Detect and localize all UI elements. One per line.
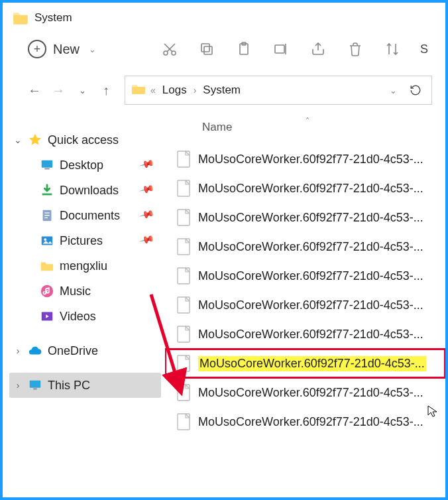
pictures-icon <box>40 233 54 248</box>
window-titlebar: System <box>3 3 445 31</box>
breadcrumb-current[interactable]: System <box>200 84 243 97</box>
monitor-icon <box>28 378 42 393</box>
plus-icon: + <box>28 40 46 58</box>
file-name: MoUsoCoreWorker.60f92f77-21d0-4c53-... <box>198 182 423 196</box>
music-icon <box>40 284 54 298</box>
file-row[interactable]: MoUsoCoreWorker.60f92f77-21d0-4c53-... <box>165 232 445 261</box>
this-pc-label: This PC <box>48 379 90 393</box>
document-icon <box>177 238 190 255</box>
new-button[interactable]: + New ⌄ <box>28 40 96 58</box>
sidebar-item-music[interactable]: Music <box>40 279 161 304</box>
file-row[interactable]: MoUsoCoreWorker.60f92f77-21d0-4c53-... <box>165 203 445 232</box>
document-icon <box>40 208 54 223</box>
column-header-name[interactable]: ˄ Name <box>165 117 445 145</box>
navigation-row: ← → ⌄ ↑ « Logs › System ⌄ <box>3 70 445 111</box>
sidebar-item-label: Downloads <box>60 184 119 198</box>
chevron-right-icon: › <box>13 380 23 391</box>
file-name: MoUsoCoreWorker.60f92f77-21d0-4c53-... <box>198 328 423 342</box>
forward-button[interactable]: → <box>49 81 68 99</box>
column-name-label: Name <box>202 121 232 134</box>
file-row[interactable]: MoUsoCoreWorker.60f92f77-21d0-4c53-... <box>165 407 445 436</box>
breadcrumb-parent[interactable]: Logs <box>160 84 190 97</box>
sidebar-item-label: Documents <box>60 209 120 223</box>
sidebar-item-label: Desktop <box>60 158 103 172</box>
rename-icon[interactable] <box>272 40 290 58</box>
chevron-down-icon: ⌄ <box>13 135 23 145</box>
document-icon <box>177 151 190 168</box>
onedrive-item[interactable]: › OneDrive <box>9 338 161 363</box>
file-name: MoUsoCoreWorker.60f92f77-21d0-4c53-... <box>198 386 423 400</box>
sidebar-item-pictures[interactable]: Pictures📌 <box>40 228 161 253</box>
svg-rect-11 <box>44 212 49 213</box>
toolbar: + New ⌄ S <box>3 31 445 70</box>
sidebar-item-label: Pictures <box>60 234 103 248</box>
file-row[interactable]: MoUsoCoreWorker.60f92f77-21d0-4c53-... <box>165 145 445 174</box>
quick-access-label: Quick access <box>48 133 119 147</box>
svg-rect-12 <box>44 215 49 216</box>
file-name: MoUsoCoreWorker.60f92f77-21d0-4c53-... <box>198 240 423 254</box>
sort-indicator-icon: ˄ <box>306 117 309 126</box>
svg-rect-19 <box>33 389 37 390</box>
sidebar-item-downloads[interactable]: Downloads📌 <box>40 178 161 203</box>
file-name: MoUsoCoreWorker.60f92f77-21d0-4c53-... <box>198 269 423 283</box>
document-icon <box>177 413 190 430</box>
sidebar-item-mengxliu[interactable]: mengxliu <box>40 253 161 279</box>
file-name: MoUsoCoreWorker.60f92f77-21d0-4c53-... <box>198 211 423 225</box>
this-pc-item[interactable]: › This PC <box>9 373 161 398</box>
file-row[interactable]: MoUsoCoreWorker.60f92f77-21d0-4c53-... <box>165 290 445 320</box>
document-icon <box>177 296 190 314</box>
breadcrumb-prefix: « <box>150 85 156 95</box>
refresh-button[interactable] <box>406 81 425 99</box>
up-button[interactable]: ↑ <box>97 81 115 99</box>
sidebar-item-videos[interactable]: Videos <box>40 304 161 329</box>
delete-icon[interactable] <box>346 40 364 58</box>
back-button[interactable]: ← <box>25 81 44 99</box>
sidebar-item-documents[interactable]: Documents📌 <box>40 203 161 228</box>
pin-icon: 📌 <box>139 231 159 250</box>
file-row[interactable]: MoUsoCoreWorker.60f92f77-21d0-4c53-... <box>165 349 445 378</box>
svg-rect-2 <box>204 46 212 54</box>
svg-rect-7 <box>42 160 53 168</box>
pin-icon: 📌 <box>139 206 159 225</box>
document-icon <box>177 355 190 372</box>
svg-rect-13 <box>44 218 48 218</box>
pin-icon: 📌 <box>139 181 159 200</box>
sort-icon[interactable] <box>383 40 402 58</box>
file-row[interactable]: MoUsoCoreWorker.60f92f77-21d0-4c53-... <box>165 261 445 290</box>
file-name: MoUsoCoreWorker.60f92f77-21d0-4c53-... <box>198 415 423 429</box>
file-name: MoUsoCoreWorker.60f92f77-21d0-4c53-... <box>198 153 423 166</box>
file-list-pane: ˄ Name MoUsoCoreWorker.60f92f77-21d0-4c5… <box>165 111 445 480</box>
navigation-pane: ⌄ Quick access Desktop📌Downloads📌Documen… <box>3 111 165 480</box>
document-icon <box>177 209 190 226</box>
file-name: MoUsoCoreWorker.60f92f77-21d0-4c53-... <box>198 298 423 312</box>
paste-icon[interactable] <box>235 40 253 58</box>
sidebar-item-label: mengxliu <box>60 259 107 273</box>
sidebar-item-desktop[interactable]: Desktop📌 <box>40 153 161 178</box>
quick-access-group[interactable]: ⌄ Quick access <box>9 127 161 153</box>
new-button-label: New <box>53 42 80 57</box>
svg-rect-3 <box>201 44 209 52</box>
address-history-button[interactable]: ⌄ <box>384 81 402 99</box>
folder-icon <box>131 81 146 99</box>
share-icon[interactable] <box>309 40 327 58</box>
chevron-down-icon: ⌄ <box>89 44 96 54</box>
file-row[interactable]: MoUsoCoreWorker.60f92f77-21d0-4c53-... <box>165 174 445 203</box>
svg-rect-9 <box>42 194 52 196</box>
copy-icon[interactable] <box>197 40 216 58</box>
chevron-right-icon: › <box>13 345 23 356</box>
cut-icon[interactable] <box>160 40 179 58</box>
address-bar[interactable]: « Logs › System ⌄ <box>125 76 432 105</box>
svg-rect-8 <box>44 168 49 170</box>
toolbar-overflow-text: S <box>420 42 428 56</box>
document-icon <box>177 326 190 343</box>
videos-icon <box>40 309 54 324</box>
svg-point-15 <box>44 238 46 241</box>
pin-icon: 📌 <box>139 156 159 174</box>
svg-rect-18 <box>30 381 41 388</box>
star-icon <box>28 133 42 147</box>
document-icon <box>177 180 190 197</box>
file-name: MoUsoCoreWorker.60f92f77-21d0-4c53-... <box>198 356 426 371</box>
recent-locations-button[interactable]: ⌄ <box>73 81 91 99</box>
file-row[interactable]: MoUsoCoreWorker.60f92f77-21d0-4c53-... <box>165 378 445 407</box>
file-row[interactable]: MoUsoCoreWorker.60f92f77-21d0-4c53-... <box>165 320 445 349</box>
